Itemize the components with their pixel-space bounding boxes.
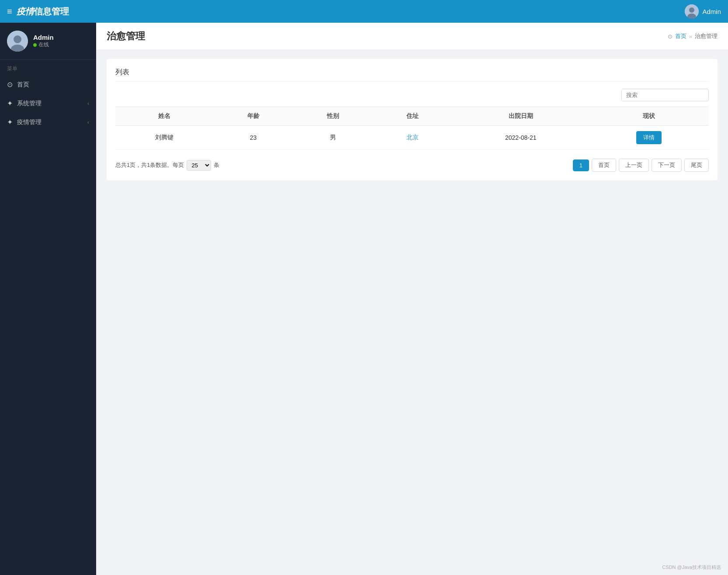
sidebar-item-home[interactable]: ⊙ 首页 — [0, 75, 96, 94]
col-status: 现状 — [589, 107, 709, 126]
sidebar-item-epidemic[interactable]: ✦ 疫情管理 ‹ — [0, 113, 96, 132]
sidebar-item-system[interactable]: ✦ 系统管理 ‹ — [0, 94, 96, 113]
pagination: 总共1页，共1条数据。每页 25 10 50 100 条 1 首页 上一页 — [115, 159, 709, 172]
cell-discharge-date: 2022-08-21 — [452, 126, 589, 150]
breadcrumb-home[interactable]: 首页 — [675, 32, 686, 40]
last-page-button[interactable]: 尾页 — [684, 159, 709, 172]
layout: Admin 在线 菜单 ⊙ 首页 ✦ 系统管理 ‹ ✦ 疫情管理 ‹ 治愈管理 — [0, 23, 728, 575]
cell-name: 刘腾键 — [115, 126, 214, 150]
chevron-left-icon: ‹ — [87, 100, 89, 107]
col-gender: 性别 — [293, 107, 373, 126]
status-dot — [33, 43, 37, 47]
col-discharge-date: 出院日期 — [452, 107, 589, 126]
content: 列表 🔍 姓名 年龄 性别 住址 — [96, 50, 728, 561]
breadcrumb-current: 治愈管理 — [695, 32, 718, 40]
card: 列表 🔍 姓名 年龄 性别 住址 — [107, 59, 718, 180]
cell-age: 23 — [214, 126, 293, 150]
page-size-select[interactable]: 25 10 50 100 — [187, 160, 211, 171]
header-left: ≡ 疫情信息管理 — [7, 6, 69, 17]
cell-address[interactable]: 北京 — [373, 126, 452, 150]
svg-point-4 — [14, 35, 21, 43]
pagination-suffix: 条 — [214, 161, 219, 169]
epidemic-icon: ✦ — [7, 118, 13, 126]
page-button-1[interactable]: 1 — [573, 159, 589, 171]
pagination-info: 总共1页，共1条数据。每页 25 10 50 100 条 — [115, 160, 219, 171]
table-row: 刘腾键 23 男 北京 2022-08-21 详情 — [115, 126, 709, 150]
search-input-wrap: 🔍 — [621, 89, 709, 101]
breadcrumb: ⊙ 首页 » 治愈管理 — [668, 32, 718, 40]
home-icon: ⊙ — [7, 80, 13, 89]
user-info: Admin 在线 — [33, 34, 54, 48]
svg-point-1 — [689, 7, 694, 13]
col-name: 姓名 — [115, 107, 214, 126]
main: 治愈管理 ⊙ 首页 » 治愈管理 列表 🔍 — [96, 23, 728, 575]
page-header: 治愈管理 ⊙ 首页 » 治愈管理 — [96, 23, 728, 50]
col-address: 住址 — [373, 107, 452, 126]
app-logo: 疫情信息管理 — [17, 6, 69, 17]
pagination-buttons: 1 首页 上一页 下一页 尾页 — [573, 159, 709, 172]
sidebar-profile: Admin 在线 — [0, 23, 96, 60]
sidebar: Admin 在线 菜单 ⊙ 首页 ✦ 系统管理 ‹ ✦ 疫情管理 ‹ — [0, 23, 96, 575]
next-page-button[interactable]: 下一页 — [652, 159, 682, 172]
pagination-summary: 总共1页，共1条数据。每页 — [115, 161, 184, 169]
status: 在线 — [33, 41, 54, 48]
menu-label: 菜单 — [0, 60, 96, 75]
search-bar: 🔍 — [115, 89, 709, 101]
admin-name: Admin — [702, 8, 721, 15]
username: Admin — [33, 34, 54, 41]
data-table: 姓名 年龄 性别 住址 出院日期 现状 刘腾键 23 男 — [115, 107, 709, 150]
watermark: CSDN @Java技术项目精选 — [96, 561, 728, 575]
sidebar-item-label: 系统管理 — [17, 100, 42, 107]
avatar — [685, 4, 699, 18]
search-button[interactable]: 🔍 — [704, 91, 709, 99]
col-age: 年龄 — [214, 107, 293, 126]
hamburger-icon[interactable]: ≡ — [7, 7, 12, 17]
first-page-button[interactable]: 首页 — [592, 159, 616, 172]
breadcrumb-separator: » — [689, 33, 692, 40]
header-right: Admin — [685, 4, 721, 18]
sidebar-item-label: 疫情管理 — [17, 118, 42, 126]
search-input[interactable] — [622, 89, 704, 101]
card-title: 列表 — [115, 68, 709, 82]
header: ≡ 疫情信息管理 Admin — [0, 0, 728, 23]
detail-button[interactable]: 详情 — [636, 131, 662, 144]
table-header-row: 姓名 年龄 性别 住址 出院日期 现状 — [115, 107, 709, 126]
page-title: 治愈管理 — [107, 30, 145, 43]
gear-icon: ✦ — [7, 99, 13, 107]
breadcrumb-home-icon: ⊙ — [668, 33, 673, 40]
sidebar-item-label: 首页 — [17, 81, 29, 89]
cell-status: 详情 — [589, 126, 709, 150]
avatar — [7, 31, 28, 52]
prev-page-button[interactable]: 上一页 — [619, 159, 649, 172]
cell-gender: 男 — [293, 126, 373, 150]
chevron-left-icon: ‹ — [87, 119, 89, 125]
